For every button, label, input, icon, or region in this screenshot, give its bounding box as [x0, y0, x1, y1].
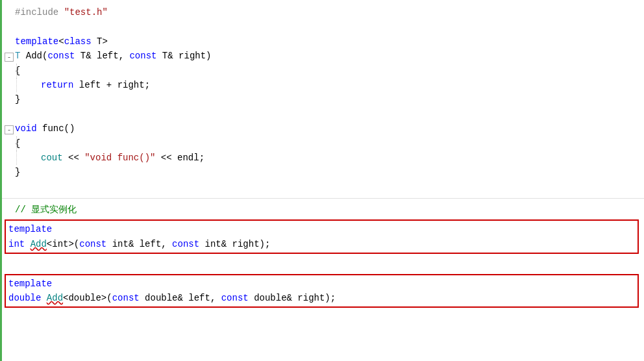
code-line-11: cout << "void func()" << endl;: [2, 151, 644, 165]
instantiation-line-1: int Add<int>(const int& left, const int&…: [8, 237, 635, 251]
blank-line-2: [2, 107, 644, 121]
add-fn-1: Add: [31, 237, 47, 251]
return-type-1: T: [15, 49, 20, 63]
template-keyword-1: template: [15, 34, 58, 49]
highlighted-block-1: template int Add<int>(const int& left, c…: [5, 219, 639, 254]
highlighted-block-2: template double Add<double>(const double…: [5, 274, 639, 308]
blank-line-4: [2, 256, 644, 271]
guide-line-2: [16, 78, 17, 92]
code-line-3: template<class T>: [2, 34, 644, 49]
template-line-block2: template: [8, 277, 635, 291]
include-keyword: #include: [15, 5, 64, 19]
guide-line-3: [16, 136, 17, 151]
code-line-5: {: [2, 64, 644, 78]
code-line-comment: // 显式实例化: [2, 203, 644, 217]
brace-close-1: }: [15, 92, 20, 106]
code-line-7: }: [2, 92, 644, 106]
brace-close-2: }: [15, 165, 20, 179]
int-keyword-1: int: [8, 237, 25, 251]
return-keyword-1: return: [41, 78, 73, 92]
code-line-12: }: [2, 165, 644, 179]
code-line-1: #include "test.h": [2, 5, 644, 19]
collapse-icon-1[interactable]: -: [5, 53, 14, 62]
template-params-1: <: [58, 34, 64, 49]
blank-line-3: [2, 180, 644, 194]
code-line-9: - void func(): [2, 121, 644, 136]
code-editor: #include "test.h" template<class T> - T …: [0, 0, 644, 361]
comment-explicit: // 显式实例化: [15, 203, 77, 217]
guide-line-1: [16, 64, 17, 78]
instantiation-line-2: double Add<double>(const double& left, c…: [8, 291, 635, 305]
code-line-10: {: [2, 136, 644, 151]
code-line-6: return left + right;: [2, 78, 644, 92]
blank-line-1: [2, 19, 644, 34]
cout-identifier: cout: [41, 151, 63, 165]
include-file: "test.h": [64, 5, 108, 19]
template-line-block1: template: [8, 222, 635, 236]
string-literal-1: "void func()": [84, 151, 155, 165]
code-line-4: - T Add(const T& left, const T& right): [2, 49, 644, 63]
void-keyword-1: void: [15, 121, 37, 136]
class-keyword-1: class: [64, 34, 92, 49]
add-fn-2: Add: [47, 291, 63, 305]
template-keyword-block2: template: [8, 277, 52, 291]
double-keyword-1: double: [8, 291, 41, 305]
guide-line-4: [16, 151, 17, 165]
template-keyword-block1: template: [8, 222, 52, 236]
collapse-icon-2[interactable]: -: [5, 125, 14, 134]
type-param-1: T>: [92, 34, 108, 49]
section-divider: [2, 198, 644, 199]
